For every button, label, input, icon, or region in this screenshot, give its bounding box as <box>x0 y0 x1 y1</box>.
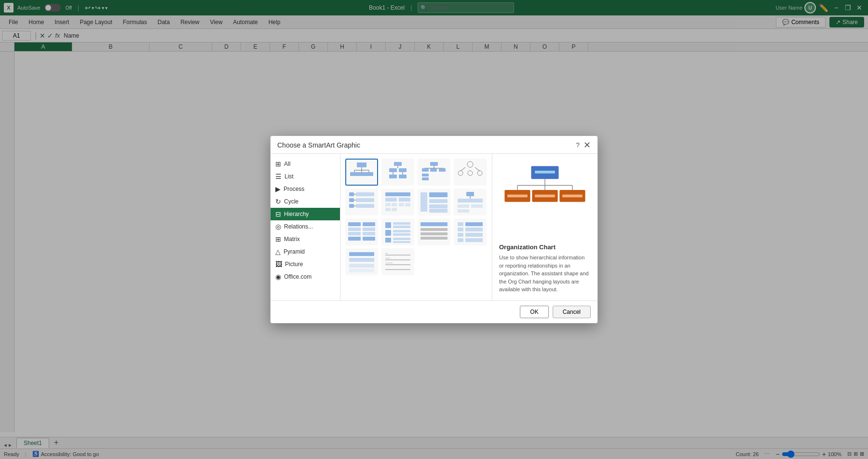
svg-rect-38 <box>356 198 374 202</box>
svg-rect-84 <box>458 238 463 242</box>
thumb-hierarchy-6[interactable] <box>381 189 414 216</box>
category-picture[interactable]: 🖼 Picture <box>271 258 340 270</box>
svg-rect-70 <box>385 238 391 243</box>
svg-point-28 <box>458 171 463 176</box>
thumb-hierarchy-10[interactable] <box>381 218 414 245</box>
hierarchy-label: Hierarchy <box>284 211 309 217</box>
thumb-hierarchy-11[interactable] <box>418 218 450 245</box>
thumb-hierarchy-9[interactable] <box>345 218 378 245</box>
svg-rect-61 <box>348 228 361 231</box>
dialog-body: ⊞ All ☰ List ▶ Process ↻ Cycle ⊟ Hiera <box>271 154 597 300</box>
svg-rect-37 <box>356 192 374 196</box>
matrix-label: Matrix <box>284 236 300 243</box>
dialog-categories: ⊞ All ☰ List ▶ Process ↻ Cycle ⊟ Hiera <box>271 154 340 300</box>
category-hierarchy[interactable]: ⊟ Hierarchy <box>271 208 340 220</box>
category-list[interactable]: ☰ List <box>271 170 340 183</box>
category-matrix[interactable]: ⊞ Matrix <box>271 233 340 245</box>
svg-rect-53 <box>429 209 448 213</box>
svg-rect-86 <box>465 228 483 231</box>
svg-text:—: — <box>385 252 388 255</box>
thumb-org-chart[interactable] <box>345 159 378 186</box>
cycle-icon: ↻ <box>275 198 281 205</box>
category-cycle[interactable]: ↻ Cycle <box>271 195 340 208</box>
svg-rect-45 <box>399 203 404 206</box>
dialog-help-button[interactable]: ? <box>576 141 580 149</box>
category-relationship[interactable]: ◎ Relations... <box>271 220 340 233</box>
svg-rect-8 <box>365 172 373 176</box>
svg-rect-112 <box>562 195 583 198</box>
svg-rect-15 <box>389 175 397 178</box>
svg-rect-83 <box>458 233 463 237</box>
svg-rect-44 <box>392 203 397 206</box>
cancel-button[interactable]: Cancel <box>553 306 591 318</box>
svg-rect-91 <box>349 264 374 268</box>
dialog-title-bar: Choose a SmartArt Graphic ? ✕ <box>271 136 597 154</box>
hierarchy-icon: ⊟ <box>275 210 281 218</box>
thumb-hierarchy-13[interactable] <box>345 248 378 275</box>
svg-rect-69 <box>385 230 391 236</box>
svg-rect-82 <box>458 228 463 231</box>
process-label: Process <box>284 186 304 192</box>
svg-rect-0 <box>357 162 366 167</box>
ok-button[interactable]: OK <box>520 306 548 318</box>
svg-rect-71 <box>393 222 410 225</box>
svg-rect-9 <box>394 162 402 166</box>
category-all[interactable]: ⊞ All <box>271 158 340 170</box>
svg-rect-101 <box>535 171 555 174</box>
svg-rect-24 <box>422 177 429 180</box>
office-label: Office.com <box>284 273 312 280</box>
svg-rect-78 <box>420 228 448 231</box>
svg-rect-17 <box>430 162 438 166</box>
svg-rect-88 <box>465 238 483 242</box>
svg-rect-63 <box>363 222 375 226</box>
category-process[interactable]: ▶ Process <box>271 183 340 195</box>
svg-rect-67 <box>363 237 375 241</box>
svg-rect-110 <box>535 195 555 198</box>
thumb-hierarchy-4[interactable] <box>454 159 487 186</box>
svg-rect-68 <box>385 222 391 228</box>
thumb-hierarchy-5[interactable] <box>345 189 378 216</box>
svg-rect-60 <box>348 222 361 226</box>
chart-description: Use to show hierarchical information or … <box>499 254 591 294</box>
all-label: All <box>284 161 290 167</box>
svg-rect-23 <box>422 174 429 176</box>
svg-rect-47 <box>385 208 391 211</box>
thumb-hierarchy-8[interactable] <box>454 189 487 216</box>
svg-rect-49 <box>420 192 427 212</box>
thumb-hierarchy-3[interactable] <box>418 159 450 186</box>
matrix-icon: ⊞ <box>275 235 281 243</box>
list-label: List <box>285 173 294 180</box>
relationship-label: Relations... <box>284 223 313 230</box>
dialog-close-button[interactable]: ✕ <box>583 141 591 149</box>
svg-rect-66 <box>348 237 361 241</box>
svg-rect-73 <box>393 230 410 232</box>
svg-rect-32 <box>349 198 354 202</box>
svg-rect-64 <box>363 228 375 231</box>
svg-text:——: —— <box>385 256 390 259</box>
svg-rect-85 <box>465 222 483 226</box>
svg-rect-79 <box>420 232 448 235</box>
dialog-preview: Organization Chart Use to show hierarchi… <box>492 154 597 300</box>
svg-rect-87 <box>465 233 483 237</box>
thumb-hierarchy-12[interactable] <box>454 218 487 245</box>
svg-rect-16 <box>399 175 407 178</box>
chart-title: Organization Chart <box>499 243 591 251</box>
svg-rect-48 <box>392 208 397 211</box>
org-chart-preview-svg <box>499 161 591 238</box>
svg-point-29 <box>468 171 473 176</box>
svg-point-30 <box>477 171 482 176</box>
svg-rect-72 <box>393 226 410 228</box>
svg-rect-89 <box>349 252 374 256</box>
thumb-hierarchy-14[interactable]: — —— ——— <box>381 248 414 275</box>
pyramid-label: Pyramid <box>284 248 305 255</box>
thumb-hierarchy-2[interactable] <box>381 159 414 186</box>
svg-rect-59 <box>458 209 469 213</box>
svg-rect-12 <box>399 168 407 172</box>
picture-label: Picture <box>285 261 303 268</box>
category-office[interactable]: ◉ Office.com <box>271 270 340 283</box>
svg-rect-90 <box>349 258 374 262</box>
thumb-hierarchy-7[interactable] <box>418 189 450 216</box>
category-pyramid[interactable]: △ Pyramid <box>271 245 340 258</box>
svg-rect-76 <box>393 241 410 243</box>
dialog-thumbnails: — —— ——— <box>340 154 492 300</box>
